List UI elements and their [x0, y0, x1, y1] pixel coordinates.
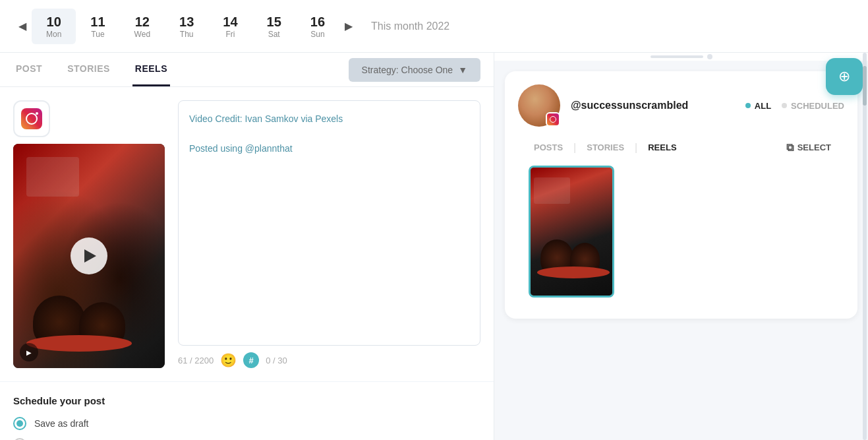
content-type-tabs: POST STORIES REELS Strategy: Choose One …	[0, 53, 494, 87]
calendar-day-tue[interactable]: 11 Tue	[76, 9, 119, 44]
day-label-thu: Thu	[180, 30, 194, 39]
media-thumb-1[interactable]	[529, 166, 614, 298]
strategy-chevron-icon: ▼	[458, 65, 467, 75]
hash-icon: #	[249, 356, 254, 365]
zoom-button[interactable]: ⊕	[826, 58, 863, 95]
day-number-12: 12	[135, 14, 150, 30]
strategy-label: Strategy: Choose One	[362, 65, 453, 75]
avatar-instagram-badge	[546, 112, 560, 127]
save-as-draft-option[interactable]: Save as draft	[13, 417, 480, 430]
tab-divider-2: |	[635, 142, 637, 154]
copy-icon: ⧉	[786, 142, 794, 154]
editor-area: Video Credit: Ivan Samkov via Pexels Pos…	[0, 87, 494, 381]
video-type-badge	[20, 343, 38, 361]
scrollbar-thumb[interactable]	[863, 66, 867, 106]
caption-input[interactable]: Video Credit: Ivan Samkov via Pexels Pos…	[178, 100, 480, 346]
right-panel: @successunscrambled ALL SCHEDULED POSTS …	[494, 53, 868, 440]
username: @successunscrambled	[571, 100, 688, 111]
day-number-14: 14	[223, 14, 237, 30]
all-tab-label: ALL	[755, 101, 771, 111]
day-label-fri: Fri	[225, 30, 235, 39]
profile-card: @successunscrambled ALL SCHEDULED POSTS …	[505, 71, 857, 319]
tab-stories[interactable]: STORIES	[65, 53, 113, 86]
char-count: 61 / 2200	[178, 356, 214, 365]
video-preview	[13, 144, 165, 368]
all-tab-dot	[745, 103, 751, 108]
caption-editor: Video Credit: Ivan Samkov via Pexels Pos…	[178, 100, 480, 368]
schedule-section: Schedule your post Save as draft Post no…	[0, 381, 494, 440]
calendar-days: 10 Mon 11 Tue 12 Wed 13 Thu 14 Fri 15 Sa…	[32, 9, 339, 44]
profile-tab-scheduled[interactable]: SCHEDULED	[782, 101, 844, 111]
next-week-button[interactable]: ▶	[339, 15, 358, 38]
instagram-icon	[21, 108, 42, 129]
media-grid	[518, 158, 844, 305]
tab-reels[interactable]: REELS	[132, 53, 170, 86]
calendar-day-mon[interactable]: 10 Mon	[32, 9, 76, 44]
scheduled-tab-dot	[782, 103, 787, 108]
tab-post[interactable]: POST	[13, 53, 45, 86]
day-label-wed: Wed	[134, 30, 150, 39]
content-tab-posts[interactable]: POSTS	[531, 137, 565, 158]
content-tab-stories[interactable]: STORIES	[584, 137, 627, 158]
day-number-16: 16	[310, 14, 325, 30]
day-number-15: 15	[267, 14, 281, 30]
top-bar-pill	[651, 55, 703, 58]
select-label: SELECT	[797, 142, 831, 152]
save-draft-label: Save as draft	[34, 418, 89, 429]
this-month-label: This month 2022	[371, 20, 449, 32]
schedule-title: Schedule your post	[13, 395, 480, 406]
day-label-mon: Mon	[46, 30, 61, 39]
left-panel: POST STORIES REELS Strategy: Choose One …	[0, 53, 494, 440]
calendar-header: ◀ 10 Mon 11 Tue 12 Wed 13 Thu 14 Fri 15 …	[0, 0, 868, 53]
top-bar-decoration	[494, 53, 868, 61]
emoji-button[interactable]: 🙂	[220, 352, 237, 368]
calendar-day-fri[interactable]: 14 Fri	[208, 9, 252, 44]
day-label-sun: Sun	[310, 30, 324, 39]
save-draft-radio[interactable]	[13, 417, 26, 430]
scheduled-tab-label: SCHEDULED	[791, 101, 844, 111]
day-label-sat: Sat	[268, 30, 280, 39]
calendar-day-sun[interactable]: 16 Sun	[296, 9, 339, 44]
day-number-13: 13	[179, 14, 194, 30]
thumb-background	[531, 168, 612, 296]
day-number-11: 11	[90, 14, 105, 30]
calendar-day-sat[interactable]: 15 Sat	[252, 9, 296, 44]
instagram-platform-badge	[13, 100, 50, 137]
prev-week-button[interactable]: ◀	[13, 15, 32, 38]
media-type-tabs: POSTS | STORIES | REELS ⧉ SELECT	[518, 137, 844, 158]
top-bar-dot	[707, 54, 712, 59]
play-button[interactable]	[71, 237, 107, 274]
profile-tab-all[interactable]: ALL	[745, 101, 771, 111]
profile-top: @successunscrambled ALL SCHEDULED	[518, 84, 844, 127]
scrollbar[interactable]	[863, 53, 867, 440]
calendar-day-thu[interactable]: 13 Thu	[165, 9, 208, 44]
tab-divider-1: |	[573, 142, 576, 154]
hashtag-count: 0 / 30	[266, 356, 287, 365]
caption-footer: 61 / 2200 🙂 # 0 / 30	[178, 352, 480, 368]
avatar-wrap	[518, 84, 560, 127]
select-button[interactable]: ⧉ SELECT	[786, 142, 831, 154]
day-number-10: 10	[47, 14, 61, 30]
main-content: POST STORIES REELS Strategy: Choose One …	[0, 53, 868, 440]
strategy-dropdown[interactable]: Strategy: Choose One ▼	[349, 58, 480, 82]
hashtag-button[interactable]: #	[243, 352, 259, 368]
zoom-plus-icon: ⊕	[838, 68, 850, 85]
day-label-tue: Tue	[91, 30, 104, 39]
content-tab-reels[interactable]: REELS	[645, 137, 679, 158]
profile-filter-tabs: ALL SCHEDULED	[745, 101, 844, 111]
calendar-day-wed[interactable]: 12 Wed	[120, 9, 165, 44]
